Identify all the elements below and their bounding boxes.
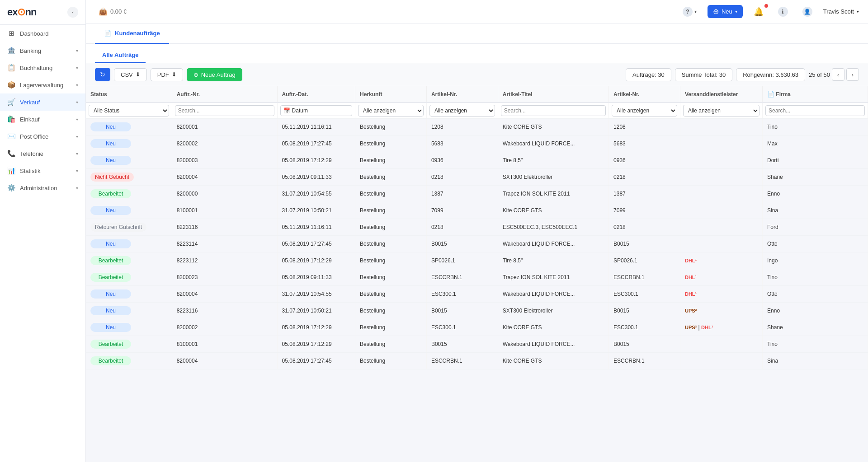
table-body: Neu 8200001 05.11.2019 11:16:11 Bestellu…	[86, 119, 868, 369]
cell-status: Neu	[86, 119, 172, 135]
filter-artikel-nr2-select[interactable]: Alle anzeigen	[612, 105, 677, 117]
cell-artikel-nr: 5683	[426, 135, 498, 152]
filter-artikel-select[interactable]: Alle anzeigen	[429, 105, 495, 117]
sidebar-item-dashboard[interactable]: ⊞ Dashboard	[0, 25, 85, 42]
csv-button[interactable]: CSV ⬇	[114, 68, 147, 81]
cell-herkunft: Bestellung	[355, 152, 427, 169]
status-badge: Neu	[90, 239, 131, 248]
new-button[interactable]: ⊕ Neu ▾	[708, 5, 743, 18]
cell-artikel-nr2: 0218	[609, 219, 680, 236]
status-badge: Nicht Gebucht	[90, 173, 134, 182]
cell-artikel-titel: Wakeboard LIQUID FORCE...	[498, 286, 609, 303]
cell-versand	[680, 169, 762, 186]
status-badge: Neu	[90, 306, 131, 315]
cell-status: Nicht Gebucht	[86, 169, 172, 186]
new-label: Neu	[722, 8, 732, 15]
cell-herkunft: Bestellung	[355, 303, 427, 319]
filter-artikel-titel-input[interactable]	[501, 105, 606, 116]
profile-button[interactable]: 👤	[799, 5, 816, 19]
table-row[interactable]: Nicht Gebucht 8200004 05.08.2019 09:11:3…	[86, 169, 868, 186]
sidebar-item-verkauf[interactable]: 🛒 Verkauf ▾	[0, 93, 85, 111]
table-row[interactable]: Neu 8200002 05.08.2019 17:27:45 Bestellu…	[86, 135, 868, 152]
th-artikel-nr2: Artikel-Nr.	[609, 86, 680, 103]
new-order-button[interactable]: ⊕ Neue Auftrag	[187, 68, 242, 81]
balance-display: 👜 0.00 €	[95, 5, 130, 18]
cell-artikel-titel: Wakeboard LIQUID FORCE...	[498, 336, 609, 353]
cell-firma: Ford	[763, 219, 868, 236]
nav-chevron-administration: ▾	[76, 186, 78, 191]
cell-status: Neu	[86, 152, 172, 169]
cell-firma: Dorti	[763, 152, 868, 169]
table-row[interactable]: Neu 8100001 31.07.2019 10:50:21 Bestellu…	[86, 202, 868, 219]
nav-label-verkauf: Verkauf	[20, 99, 71, 106]
sidebar-item-lagerverwaltung[interactable]: 📦 Lagerverwaltung ▾	[0, 76, 85, 93]
ups-badge[interactable]: UPS²	[685, 325, 697, 330]
cell-auftr-dat: 31.07.2019 10:54:55	[277, 286, 355, 303]
filter-herkunft-select[interactable]: Alle anzeigen	[358, 105, 424, 117]
filter-firma-input[interactable]	[765, 105, 865, 116]
cell-auftr-nr: 8200000	[172, 186, 277, 202]
table-row[interactable]: Retouren Gutschrift 8223116 05.11.2019 1…	[86, 219, 868, 236]
table-row[interactable]: Bearbeitet 8200004 05.08.2019 17:27:45 B…	[86, 353, 868, 369]
help-icon: ?	[683, 7, 693, 17]
notification-badge	[764, 4, 768, 8]
cell-auftr-dat: 05.08.2019 17:12:29	[277, 319, 355, 336]
table-row[interactable]: Bearbeitet 8223112 05.08.2019 17:12:29 B…	[86, 252, 868, 269]
sidebar-collapse-button[interactable]: ‹	[67, 7, 78, 18]
nav-label-buchhaltung: Buchhaltung	[20, 65, 71, 71]
cell-artikel-titel: Kite CORE GTS	[498, 119, 609, 135]
subtab-alle-auftraege[interactable]: Alle Aufträge	[95, 48, 146, 63]
ups-badge[interactable]: UPS²	[685, 308, 697, 313]
cell-artikel-nr: 0218	[426, 219, 498, 236]
nav-chevron-verkauf: ▾	[76, 100, 78, 105]
nav-icon-administration: ⚙️	[7, 184, 15, 192]
cell-firma: Otto	[763, 236, 868, 252]
page-content: 📄 Kundenaufträge Alle Aufträge ↻ CSV ⬇ P…	[86, 23, 868, 462]
pagination: 25 of 50 ‹ ›	[809, 68, 859, 81]
nav-label-telefonie: Telefonie	[20, 150, 71, 157]
sidebar-item-telefonie[interactable]: 📞 Telefonie ▾	[0, 145, 85, 162]
info-button[interactable]: ℹ	[774, 5, 792, 19]
cell-artikel-nr: B0015	[426, 303, 498, 319]
table-row[interactable]: Neu 8200002 05.08.2019 17:12:29 Bestellu…	[86, 319, 868, 336]
dhl-badge[interactable]: DHL¹	[701, 325, 713, 330]
sidebar-item-post-office[interactable]: ✉️ Post Office ▾	[0, 128, 85, 145]
next-page-button[interactable]: ›	[846, 68, 859, 81]
sidebar-item-statistik[interactable]: 📊 Statistik ▾	[0, 162, 85, 179]
orders-table: Status Auftr.-Nr. Auftr.-Dat. Herkunft A…	[86, 86, 868, 369]
sidebar-item-administration[interactable]: ⚙️ Administration ▾	[0, 179, 85, 196]
dhl-badge[interactable]: DHL¹	[685, 291, 697, 297]
nav-label-einkauf: Einkauf	[20, 116, 71, 123]
table-row[interactable]: Bearbeitet 8200000 31.07.2019 10:54:55 B…	[86, 186, 868, 202]
refresh-button[interactable]: ↻	[95, 68, 110, 81]
cell-artikel-titel: SXT300 Elektroroller	[498, 303, 609, 319]
filter-auftr-nr-input[interactable]	[175, 105, 274, 116]
table-row[interactable]: Bearbeitet 8200023 05.08.2019 09:11:33 B…	[86, 269, 868, 286]
cell-herkunft: Bestellung	[355, 353, 427, 369]
sidebar-item-einkauf[interactable]: 🛍️ Einkauf ▾	[0, 111, 85, 128]
help-button[interactable]: ? ▾	[679, 5, 700, 19]
cell-herkunft: Bestellung	[355, 169, 427, 186]
tab-kundenauftraege[interactable]: 📄 Kundenaufträge	[95, 23, 169, 44]
table-row[interactable]: Neu 8223114 05.08.2019 17:27:45 Bestellu…	[86, 236, 868, 252]
notifications-button[interactable]: 🔔	[750, 5, 767, 19]
cell-auftr-nr: 8223112	[172, 252, 277, 269]
cell-auftr-dat: 31.07.2019 10:50:21	[277, 202, 355, 219]
pdf-button[interactable]: PDF ⬇	[151, 68, 183, 81]
table-row[interactable]: Neu 8200003 05.08.2019 17:12:29 Bestellu…	[86, 152, 868, 169]
cell-artikel-nr2: 1387	[609, 186, 680, 202]
user-menu[interactable]: Travis Scott ▾	[823, 8, 859, 15]
filter-versand-select[interactable]: Alle anzeigen	[683, 105, 760, 117]
dhl-badge[interactable]: DHL¹	[685, 275, 697, 280]
prev-page-button[interactable]: ‹	[832, 68, 844, 81]
table-row[interactable]: Neu 8200001 05.11.2019 11:16:11 Bestellu…	[86, 119, 868, 135]
table-row[interactable]: Neu 8200004 31.07.2019 10:54:55 Bestellu…	[86, 286, 868, 303]
cell-artikel-nr: ESC300.1	[426, 286, 498, 303]
dhl-badge[interactable]: DHL¹	[685, 258, 697, 263]
sidebar-item-banking[interactable]: 🏦 Banking ▾	[0, 42, 85, 59]
table-row[interactable]: Bearbeitet 8100001 05.08.2019 17:12:29 B…	[86, 336, 868, 353]
sidebar-item-buchhaltung[interactable]: 📋 Buchhaltung ▾	[0, 59, 85, 76]
table-row[interactable]: Neu 8223116 31.07.2019 10:50:21 Bestellu…	[86, 303, 868, 319]
cell-auftr-nr: 8100001	[172, 336, 277, 353]
filter-status-select[interactable]: Alle Status	[89, 105, 169, 117]
